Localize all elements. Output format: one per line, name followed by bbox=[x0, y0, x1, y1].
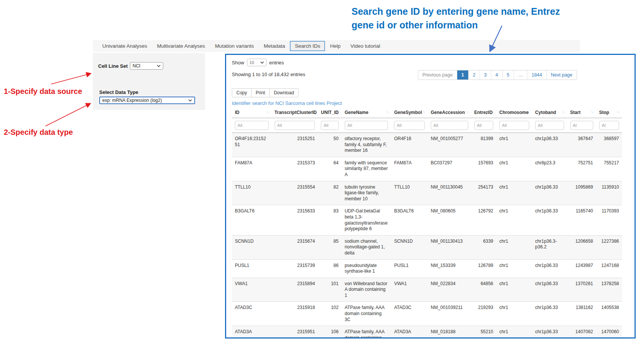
page-button-2[interactable]: 2 bbox=[468, 70, 480, 80]
sort-icon[interactable]: ↑↓ bbox=[386, 110, 388, 114]
filter-input-gene-name[interactable] bbox=[345, 121, 388, 130]
cell-id: FAM87A bbox=[232, 157, 272, 181]
column-label: Stop bbox=[599, 110, 610, 115]
column-header-gene-accession[interactable]: ↑↓GeneAccession bbox=[428, 107, 471, 118]
filter-input-cytoband[interactable] bbox=[535, 121, 564, 130]
cell-transcript-cluster-id: 2315554 bbox=[272, 181, 318, 205]
column-header-gene-name[interactable]: ↑↓GeneName bbox=[342, 107, 391, 118]
cell-line-set-select[interactable]: NCI bbox=[130, 62, 163, 70]
showing-entries-text: Showing 1 to 10 of 18,432 entries bbox=[232, 72, 305, 77]
next-page-button[interactable]: Next page bbox=[546, 70, 577, 80]
table-row: TTLL10231555482tubulin tyrosine ligase-l… bbox=[232, 181, 622, 205]
sort-icon[interactable]: ↑↓ bbox=[466, 110, 468, 114]
page-button-1844[interactable]: 1844 bbox=[527, 70, 546, 80]
table-row: B3GALT6231563383UDP-Gal:betaGal beta 1,3… bbox=[232, 205, 622, 235]
cell-entrez-id: 126789 bbox=[471, 259, 496, 278]
cell-gene-symbol: OR4F16 bbox=[391, 133, 428, 157]
filter-input-unit-id[interactable] bbox=[321, 121, 338, 130]
cell-gene-symbol: TTLL10 bbox=[391, 181, 428, 205]
cell-transcript-cluster-id: 2315633 bbox=[272, 205, 318, 235]
cell-id: VWA1 bbox=[232, 278, 272, 302]
tab-help[interactable]: Help bbox=[325, 43, 345, 49]
sort-icon[interactable]: ↑↓ bbox=[422, 110, 425, 114]
page-button-4[interactable]: 4 bbox=[491, 70, 502, 80]
cell-entrez-id: 55210 bbox=[471, 326, 496, 339]
cell-chromosome: chr1 bbox=[496, 278, 532, 302]
cell-stop: 1247168 bbox=[596, 259, 622, 278]
cell-gene-name: UDP-Gal:betaGal beta 1,3-galactosyltrans… bbox=[342, 205, 391, 235]
data-type-select[interactable]: exp: mRNA Expression (log2) bbox=[99, 97, 195, 104]
column-header-transcript-cluster-id[interactable]: ↑↓TranscriptClusterID bbox=[272, 107, 318, 118]
cell-gene-symbol: SCNN1D bbox=[391, 235, 428, 259]
column-label: TranscriptClusterID bbox=[275, 110, 317, 115]
tab-univariate-analyses[interactable]: Univariate Analyses bbox=[97, 43, 152, 49]
cell-chromosome: chr1 bbox=[496, 133, 532, 157]
filter-input-chromosome[interactable] bbox=[499, 121, 529, 130]
sort-icon[interactable]: ↑↓ bbox=[617, 110, 619, 114]
column-label: GeneSymbol bbox=[394, 110, 422, 115]
column-header-entrez-id[interactable]: ↑↓EntrezID bbox=[471, 107, 496, 118]
cell-chromosome: chr1 bbox=[496, 235, 532, 259]
column-header-gene-symbol[interactable]: ↑↓GeneSymbol bbox=[391, 107, 428, 118]
column-header-stop[interactable]: ↑↓Stop bbox=[596, 107, 622, 118]
page-button-3[interactable]: 3 bbox=[480, 70, 491, 80]
copy-button[interactable]: Copy bbox=[232, 88, 252, 97]
column-header-id[interactable]: ↑↓ID bbox=[232, 107, 272, 118]
annotation-step1: 1-Specify data source bbox=[4, 87, 82, 96]
cell-unit-id: 102 bbox=[318, 302, 341, 326]
cell-gene-accession: NM_001130413 bbox=[428, 235, 471, 259]
sort-icon[interactable]: ↑↓ bbox=[266, 110, 269, 114]
table-body: OR4F16:2315251231525150olfactory recepto… bbox=[232, 133, 622, 339]
cell-gene-accession: NM_001130045 bbox=[428, 181, 471, 205]
cell-transcript-cluster-id: 2315894 bbox=[272, 278, 318, 302]
download-button[interactable]: Download bbox=[269, 88, 299, 97]
filter-input-gene-symbol[interactable] bbox=[394, 121, 425, 130]
tab-search-ids[interactable]: Search IDs bbox=[290, 41, 325, 51]
filter-input-entrez-id[interactable] bbox=[474, 121, 493, 130]
gene-id-table: ↑↓ID↑↓TranscriptClusterID↑↓UNIT_ID↑↓Gene… bbox=[232, 107, 622, 339]
column-header-unit-id[interactable]: ↑↓UNIT_ID bbox=[318, 107, 341, 118]
cell-id: PUSL1 bbox=[232, 259, 272, 278]
column-header-start[interactable]: ↑↓Start bbox=[567, 107, 596, 118]
sort-icon[interactable]: ↑↓ bbox=[562, 110, 564, 114]
column-header-chromosome[interactable]: ↑↓Chromosome bbox=[496, 107, 532, 118]
cell-entrez-id: 219293 bbox=[471, 302, 496, 326]
filter-input-stop[interactable] bbox=[599, 121, 619, 130]
tab-video-tutorial[interactable]: Video tutorial bbox=[345, 43, 385, 49]
filter-input-gene-accession[interactable] bbox=[431, 121, 468, 130]
page-button-5[interactable]: 5 bbox=[502, 70, 514, 80]
red-arrow-data-source bbox=[51, 73, 91, 84]
cell-gene-name: ATPase family, AAA domain containing 3A bbox=[342, 326, 391, 339]
cell-gene-accession: NM_001005277 bbox=[428, 133, 471, 157]
column-label: Start bbox=[570, 110, 580, 115]
page-size-select[interactable]: 10 bbox=[247, 59, 267, 66]
print-button[interactable]: Print bbox=[251, 88, 270, 97]
previous-page-button[interactable]: Previous page bbox=[418, 70, 457, 80]
column-label: GeneName bbox=[345, 110, 369, 115]
cell-cytoband: chr1p36.33 bbox=[532, 302, 567, 326]
column-header-cytoband[interactable]: ↑↓Cytoband bbox=[532, 107, 567, 118]
cell-gene-symbol: ATAD3A bbox=[391, 326, 428, 339]
cell-cytoband: chr1p36.33 bbox=[532, 278, 567, 302]
identifier-search-link[interactable]: Identifier search for NCI Sarcoma cell l… bbox=[232, 100, 342, 106]
tab-mutation-variants[interactable]: Mutation variants bbox=[210, 43, 259, 49]
cell-entrez-id: 126792 bbox=[471, 205, 496, 235]
annotation-search-note: Search gene ID by entering gene name, En… bbox=[352, 5, 571, 32]
page-button-1[interactable]: 1 bbox=[457, 70, 468, 80]
tab-metadata[interactable]: Metadata bbox=[259, 43, 290, 49]
column-label: UNIT_ID bbox=[321, 110, 339, 115]
filter-input-start[interactable] bbox=[570, 121, 593, 130]
cell-gene-name: von Willebrand factor A domain containin… bbox=[342, 278, 391, 302]
tab-multivariate-analyses[interactable]: Multivariate Analyses bbox=[152, 43, 210, 49]
sort-icon[interactable]: ↑↓ bbox=[591, 110, 593, 114]
filter-input-transcript-cluster-id[interactable] bbox=[275, 121, 315, 130]
filter-input-id[interactable] bbox=[235, 121, 269, 130]
cell-id: B3GALT6 bbox=[232, 205, 272, 235]
cell-entrez-id: 6339 bbox=[471, 235, 496, 259]
cell-gene-accession: NM_153339 bbox=[428, 259, 471, 278]
cell-unit-id: 86 bbox=[318, 259, 341, 278]
column-label: Cytoband bbox=[535, 110, 556, 115]
cell-stop: 1170393 bbox=[596, 205, 622, 235]
cell-entrez-id: 254173 bbox=[471, 181, 496, 205]
cell-cytoband: chr1p36.33 bbox=[532, 205, 567, 235]
